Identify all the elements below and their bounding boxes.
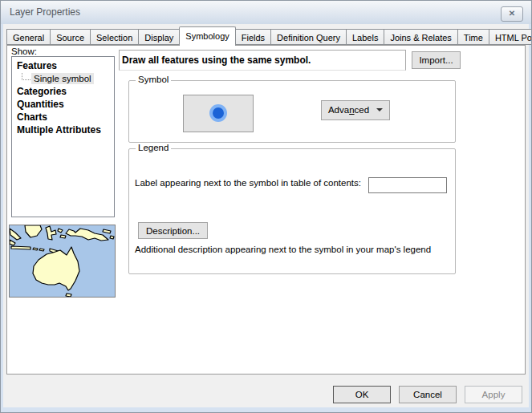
layer-properties-dialog: Layer Properties ✕ General Source Select… — [0, 0, 532, 413]
symbol-groupbox: Symbol Advanced — [128, 80, 456, 143]
show-label: Show: — [11, 47, 37, 56]
legend-group-label: Legend — [136, 143, 171, 152]
list-item-charts[interactable]: Charts — [12, 111, 114, 124]
window-title: Layer Properties — [10, 6, 80, 18]
tab-html-popup[interactable]: HTML Popup — [489, 29, 532, 45]
tab-source[interactable]: Source — [51, 29, 91, 45]
method-description: Draw all features using the same symbol. — [119, 50, 406, 71]
symbology-tab-page: Show: Features Single symbol Categories … — [6, 45, 526, 375]
ok-button[interactable]: OK — [333, 386, 391, 403]
dialog-body: General Source Selection Display Symbolo… — [3, 24, 529, 407]
import-button[interactable]: Import... — [412, 51, 461, 69]
tab-display[interactable]: Display — [139, 29, 180, 45]
close-icon[interactable]: ✕ — [501, 6, 523, 22]
tab-labels[interactable]: Labels — [347, 29, 384, 45]
list-item-multiple-attributes[interactable]: Multiple Attributes — [12, 124, 114, 137]
tab-general[interactable]: General — [6, 29, 51, 45]
tree-connector-icon — [22, 73, 30, 80]
cancel-button[interactable]: Cancel — [399, 386, 457, 403]
symbol-preview-button[interactable] — [183, 95, 254, 132]
advanced-dropdown-button[interactable]: Advanced — [321, 100, 390, 120]
map-preview — [9, 225, 116, 298]
tab-time[interactable]: Time — [458, 29, 489, 45]
list-item-quantities[interactable]: Quantities — [12, 99, 114, 111]
tab-symbology[interactable]: Symbology — [179, 26, 235, 46]
title-bar[interactable]: Layer Properties ✕ — [1, 1, 531, 24]
legend-label-input[interactable] — [368, 177, 447, 193]
tab-definition-query[interactable]: Definition Query — [271, 29, 347, 45]
tab-selection[interactable]: Selection — [91, 29, 139, 45]
list-item-categories[interactable]: Categories — [12, 86, 114, 99]
dropdown-arrow-icon — [376, 108, 383, 111]
list-item-features[interactable]: Features — [12, 60, 114, 73]
show-tree-list: Features Single symbol Categories Quanti… — [11, 56, 115, 217]
description-button[interactable]: Description... — [138, 222, 208, 239]
tab-joins-relates[interactable]: Joins & Relates — [384, 29, 457, 45]
tab-bar: General Source Selection Display Symbolo… — [6, 26, 532, 45]
apply-button: Apply — [465, 386, 522, 403]
list-item-single-symbol[interactable]: Single symbol — [12, 73, 114, 86]
legend-additional-text: Additional description appearing next to… — [135, 245, 431, 254]
tab-fields[interactable]: Fields — [236, 29, 271, 45]
legend-label-text: Label appearing next to the symbol in ta… — [135, 178, 361, 188]
symbol-group-label: Symbol — [136, 75, 171, 84]
legend-groupbox: Legend Label appearing next to the symbo… — [128, 148, 456, 274]
point-symbol-icon — [184, 95, 253, 132]
